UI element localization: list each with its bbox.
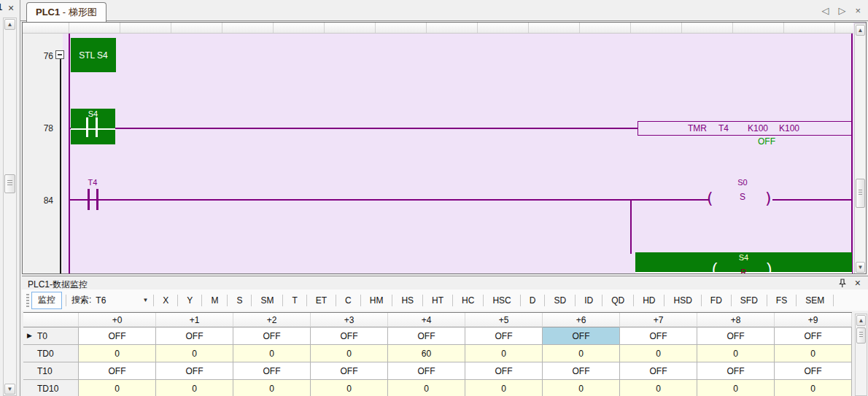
device-button-fd[interactable]: FD [705, 293, 727, 308]
row-header[interactable]: T10 [23, 362, 79, 380]
table-cell[interactable]: OFF [388, 327, 465, 345]
tab-close-icon[interactable]: × [855, 5, 861, 16]
table-cell[interactable]: OFF [311, 362, 388, 380]
table-cell[interactable]: 0 [620, 345, 697, 362]
table-cell[interactable]: 0 [775, 345, 852, 362]
row-header[interactable]: TD10 [23, 380, 79, 396]
monitor-toggle-button[interactable]: 监控 [31, 292, 62, 309]
table-cell[interactable]: OFF [79, 362, 156, 380]
left-panel-close-icon[interactable]: × [8, 2, 14, 14]
column-header[interactable]: +5 [465, 313, 543, 327]
table-cell[interactable]: 0 [388, 380, 465, 396]
tab-scroll-right-icon[interactable]: ▷ [838, 5, 845, 16]
table-cell[interactable]: OFF [156, 327, 233, 345]
left-panel-scrollbar[interactable]: ▲ ▼ [3, 18, 17, 396]
scroll-down-icon[interactable]: ▼ [856, 262, 865, 273]
pin-icon[interactable] [838, 279, 846, 288]
device-button-m[interactable]: M [206, 293, 223, 308]
device-button-hm[interactable]: HM [365, 293, 389, 308]
table-cell[interactable]: 0 [233, 380, 311, 396]
tab-scroll-left-icon[interactable]: ◁ [821, 5, 829, 16]
table-cell[interactable]: OFF [233, 362, 311, 380]
table-cell[interactable]: OFF [465, 327, 543, 345]
device-button-sfd[interactable]: SFD [735, 293, 763, 308]
search-combobox[interactable]: T6 ▼ [93, 295, 150, 306]
monitor-close-icon[interactable]: × [855, 277, 861, 289]
coil-s0-symbol[interactable]: S [721, 192, 764, 202]
device-button-s[interactable]: S [231, 293, 247, 308]
device-button-hc[interactable]: HC [457, 293, 479, 308]
table-cell[interactable]: OFF [620, 327, 697, 345]
column-header[interactable]: +1 [156, 313, 233, 327]
ladder-scrollbar[interactable]: ▲ ▼ [854, 23, 867, 274]
table-cell[interactable]: 0 [620, 380, 697, 396]
table-cell[interactable]: 0 [543, 345, 620, 362]
toolbar-grip-icon[interactable] [26, 294, 29, 307]
stl-instruction-box[interactable]: STL S4 [71, 38, 116, 72]
device-button-c[interactable]: C [340, 293, 357, 308]
device-button-hsd[interactable]: HSD [668, 293, 697, 308]
table-scrollbar[interactable]: ▲ [855, 314, 867, 396]
table-cell[interactable]: 60 [388, 345, 465, 362]
device-button-y[interactable]: Y [182, 293, 198, 308]
table-cell[interactable]: OFF [311, 327, 388, 345]
chevron-down-icon[interactable]: ▼ [142, 297, 150, 303]
table-cell[interactable]: 0 [233, 345, 311, 362]
device-button-hsc[interactable]: HSC [487, 293, 516, 308]
device-button-et[interactable]: ET [311, 293, 332, 308]
table-cell[interactable]: OFF [697, 362, 775, 380]
column-header[interactable]: +4 [388, 313, 465, 327]
table-cell[interactable]: 0 [79, 345, 156, 362]
table-cell[interactable]: 0 [311, 345, 388, 362]
table-cell[interactable]: 0 [775, 380, 852, 396]
table-cell[interactable]: 0 [465, 380, 543, 396]
table-cell[interactable]: 0 [543, 380, 620, 396]
table-cell[interactable]: OFF [233, 327, 311, 345]
column-header[interactable]: +8 [697, 313, 775, 327]
table-cell[interactable]: 0 [465, 345, 543, 362]
table-cell[interactable]: 0 [697, 345, 775, 362]
device-button-d[interactable]: D [524, 293, 541, 308]
device-button-sm[interactable]: SM [255, 293, 279, 308]
device-button-hs[interactable]: HS [396, 293, 419, 308]
device-button-ht[interactable]: HT [427, 293, 449, 308]
scrollbar-thumb[interactable] [856, 327, 866, 343]
device-button-id[interactable]: ID [579, 293, 598, 308]
table-cell[interactable]: OFF [465, 362, 543, 380]
table-cell[interactable]: 0 [156, 380, 233, 396]
contact-s4[interactable]: S4 [71, 109, 115, 144]
tmr-instruction-box[interactable]: TMR T4 K100 K100 [638, 121, 852, 136]
table-cell[interactable]: OFF [697, 327, 775, 345]
device-button-x[interactable]: X [158, 293, 174, 308]
column-header[interactable]: +7 [620, 313, 697, 327]
column-header[interactable]: +3 [311, 313, 388, 327]
device-button-hd[interactable]: HD [638, 293, 660, 308]
column-header[interactable]: +0 [79, 313, 156, 327]
device-button-sd[interactable]: SD [549, 293, 571, 308]
contact-t4-bar-right[interactable] [96, 189, 98, 210]
table-cell[interactable]: 0 [697, 380, 775, 396]
scroll-up-icon[interactable]: ▲ [856, 25, 865, 36]
table-cell[interactable]: 0 [79, 380, 156, 396]
table-cell[interactable]: OFF [79, 327, 156, 345]
table-cell[interactable]: 0 [156, 345, 233, 362]
scrollbar-thumb[interactable] [856, 179, 865, 208]
device-button-qd[interactable]: QD [606, 293, 629, 308]
ladder-editor[interactable]: 76 78 84 STL S4 S4 TMR T4 K100 K100 OFF … [22, 22, 867, 274]
table-cell[interactable]: OFF [543, 327, 620, 345]
table-cell[interactable]: OFF [620, 362, 697, 380]
rung-collapse-toggle[interactable] [55, 50, 64, 59]
coil-s4-reset[interactable]: S4 ( R ) [635, 252, 852, 274]
scroll-up-icon[interactable]: ▲ [856, 315, 866, 326]
column-header[interactable]: +2 [233, 313, 311, 327]
table-cell[interactable]: 0 [311, 380, 388, 396]
scrollbar-thumb[interactable] [4, 174, 15, 193]
row-header[interactable]: T0▶ [23, 327, 79, 345]
tab-plc1-ladder[interactable]: PLC1 - 梯形图 [26, 2, 106, 22]
table-cell[interactable]: OFF [775, 327, 852, 345]
row-header[interactable]: TD0 [23, 345, 79, 362]
device-button-fs[interactable]: FS [771, 293, 792, 308]
scroll-down-icon[interactable]: ▼ [4, 384, 15, 395]
table-cell[interactable]: OFF [388, 362, 465, 380]
device-button-t[interactable]: T [287, 293, 302, 308]
